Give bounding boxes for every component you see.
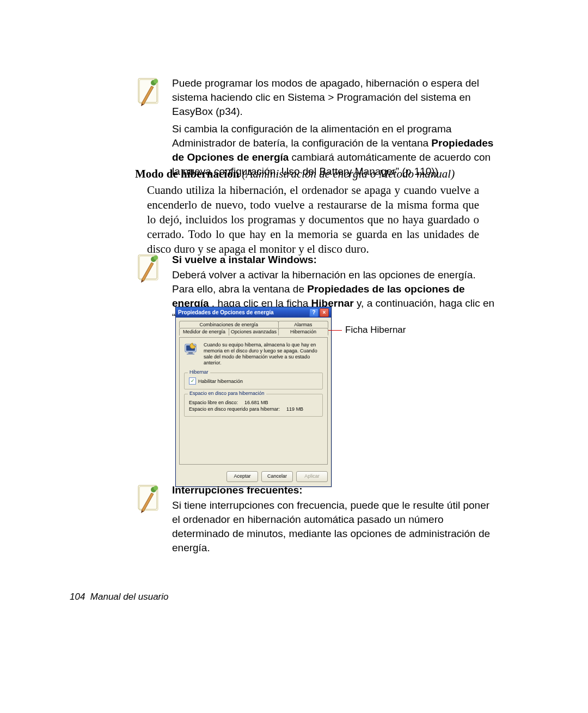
tab-medidor[interactable]: Medidor de energía (179, 328, 229, 336)
apply-button[interactable]: Aplicar (296, 471, 328, 482)
group-hibernar: Hibernar Habilitar hibernación (184, 373, 323, 389)
section-heading-bold: Modo de hibernación (135, 167, 239, 180)
svg-rect-11 (187, 354, 194, 355)
help-icon[interactable]: ? (309, 308, 318, 317)
tab-panel: Cuando su equipo hiberna, almacena lo qu… (179, 337, 328, 465)
section-body: Cuando utiliza la hibernación, el ordena… (147, 183, 479, 257)
free-space-label: Espacio libre en disco: (189, 400, 238, 405)
power-options-dialog: Propiedades de Opciones de energía ? × C… (175, 307, 332, 487)
note1-text: Puede programar los modos de apagado, hi… (172, 76, 499, 179)
tabs: Combinaciones de energía Alarmas Medidor… (179, 321, 328, 336)
note3-heading: Interrupciones frecuentes: (172, 483, 499, 497)
group-hibernar-title: Hibernar (188, 369, 210, 375)
close-icon[interactable]: × (320, 308, 329, 317)
section-heading-italic: (Administración de energía o Método manu… (239, 167, 455, 180)
svg-point-3 (154, 79, 158, 83)
svg-point-7 (154, 255, 158, 260)
free-space-value: 16.681 MB (244, 400, 268, 405)
note3-body: Si tiene interrupciones con frecuencia, … (172, 498, 499, 555)
group-disk-space: Espacio en disco para hibernación Espaci… (184, 394, 323, 417)
tab-hibernacion[interactable]: Hibernación (278, 328, 328, 336)
required-space-value: 119 MB (286, 406, 303, 412)
dialog-info-text: Cuando su equipo hiberna, almacena lo qu… (204, 342, 323, 366)
required-space-label: Espacio en disco requerido para hibernar… (189, 406, 280, 412)
callout-label: Ficha Hibernar (345, 325, 406, 336)
note-pencil-icon (135, 483, 162, 515)
note1-line1: Puede programar los modos de apagado, hi… (172, 76, 499, 119)
group-disk-title: Espacio en disco para hibernación (188, 391, 266, 396)
tab-combinaciones[interactable]: Combinaciones de energía (179, 321, 279, 328)
monitor-hibernate-icon (184, 342, 199, 357)
note1-line2a: Si cambia la configuración de la aliment… (172, 123, 451, 149)
footer-label: Manual del usuario (90, 592, 169, 602)
svg-rect-10 (188, 352, 193, 354)
page-footer: 104 Manual del usuario (70, 592, 168, 602)
note2-heading: Si vuelve a instalar Windows: (172, 253, 499, 267)
tab-avanzadas[interactable]: Opciones avanzadas (229, 328, 279, 336)
page-number: 104 (70, 592, 85, 602)
checkbox-label: Habilitar hibernación (198, 379, 243, 384)
callout-hibernar: Ficha Hibernar (323, 325, 406, 336)
cancel-button[interactable]: Cancelar (261, 471, 293, 482)
svg-point-15 (154, 486, 158, 490)
dialog-title: Propiedades de Opciones de energía (178, 307, 274, 318)
tab-alarmas[interactable]: Alarmas (278, 321, 328, 328)
note3-text: Interrupciones frecuentes: Si tiene inte… (172, 483, 499, 555)
section-heading: Modo de hibernación (Administración de e… (135, 167, 455, 181)
checkbox-enable-hibernate[interactable] (189, 377, 196, 385)
ok-button[interactable]: Aceptar (226, 471, 258, 482)
note-pencil-icon (135, 253, 162, 284)
dialog-titlebar[interactable]: Propiedades de Opciones de energía ? × (176, 307, 331, 318)
note-pencil-icon (135, 76, 162, 108)
